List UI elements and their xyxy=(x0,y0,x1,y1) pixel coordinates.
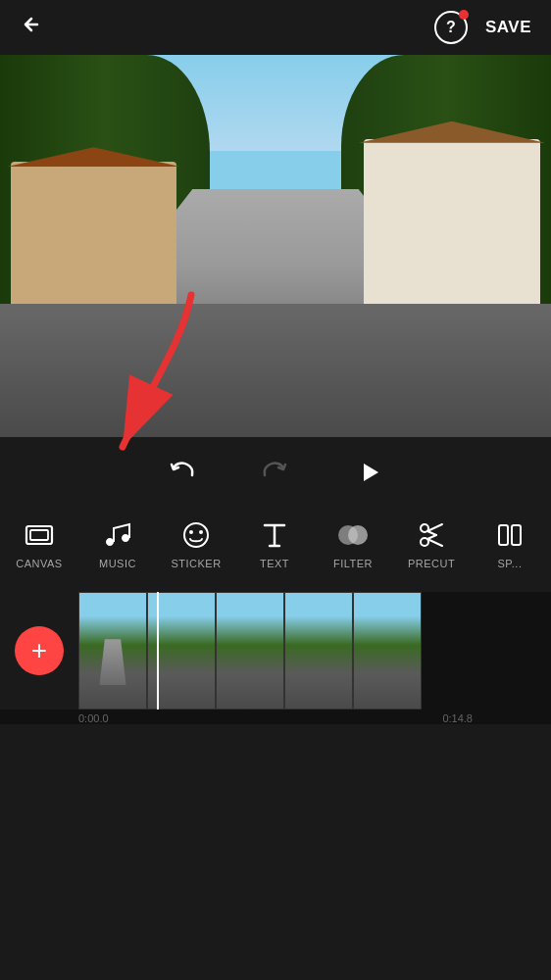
timeline-cursor xyxy=(157,592,159,710)
play-button[interactable] xyxy=(352,455,387,490)
street-scene-bg xyxy=(0,55,551,437)
tool-text[interactable]: TEXT xyxy=(235,517,314,569)
tool-sticker[interactable]: STICKER xyxy=(157,517,235,569)
sticker-label: STICKER xyxy=(171,558,221,569)
timeline-timestamps: 0:00.0 0:14.8 xyxy=(0,710,551,724)
video-preview xyxy=(0,55,551,437)
timeline-thumb-1 xyxy=(78,592,147,710)
save-button[interactable]: SAVE xyxy=(485,18,531,37)
music-label: MUSIC xyxy=(99,558,136,569)
tool-precut[interactable]: PRECUT xyxy=(392,517,471,569)
house-left xyxy=(11,162,176,315)
svg-rect-2 xyxy=(30,530,48,540)
notification-dot xyxy=(459,10,469,20)
timeline-thumb-4 xyxy=(284,592,353,710)
timeline-thumb-5 xyxy=(353,592,422,710)
split-icon xyxy=(498,517,522,553)
header-right: ? SAVE xyxy=(434,11,531,44)
svg-line-11 xyxy=(427,539,442,546)
redo-button[interactable] xyxy=(258,455,293,490)
music-icon xyxy=(104,517,131,553)
tool-filter[interactable]: FILTER xyxy=(314,517,392,569)
toolbar: CANVAS MUSIC STIC xyxy=(0,508,551,592)
svg-rect-14 xyxy=(499,525,508,545)
sticker-icon xyxy=(181,517,211,553)
add-clip-container: + xyxy=(0,592,78,710)
text-icon xyxy=(262,517,287,553)
timeline-end: 0:14.8 xyxy=(442,712,473,724)
text-label: TEXT xyxy=(260,558,289,569)
tool-canvas[interactable]: CANVAS xyxy=(0,517,78,569)
svg-rect-15 xyxy=(512,525,521,545)
back-button[interactable] xyxy=(20,14,41,41)
svg-line-12 xyxy=(427,531,436,535)
house-right xyxy=(364,139,540,312)
precut-label: PRECUT xyxy=(408,558,455,569)
svg-point-7 xyxy=(348,525,368,545)
header: ? SAVE xyxy=(0,0,551,55)
precut-icon xyxy=(417,517,446,553)
tool-music[interactable]: MUSIC xyxy=(78,517,157,569)
canvas-icon xyxy=(25,517,54,553)
split-label: SP... xyxy=(498,558,523,569)
undo-button[interactable] xyxy=(164,455,199,490)
svg-point-3 xyxy=(184,523,208,547)
canvas-label: CANVAS xyxy=(16,558,62,569)
add-clip-button[interactable]: + xyxy=(15,626,64,675)
timeline-area: + xyxy=(0,592,551,710)
help-button[interactable]: ? xyxy=(434,11,468,44)
timeline-start: 0:00.0 xyxy=(78,712,109,724)
svg-line-13 xyxy=(427,535,436,539)
playback-controls xyxy=(0,437,551,508)
timeline-strip[interactable] xyxy=(78,592,551,710)
svg-line-10 xyxy=(427,524,442,531)
bottom-panel: CANVAS MUSIC STIC xyxy=(0,437,551,724)
svg-point-5 xyxy=(199,530,203,534)
ground xyxy=(0,304,551,438)
tool-split[interactable]: SP... xyxy=(471,517,549,569)
svg-point-4 xyxy=(189,530,193,534)
filter-icon xyxy=(336,517,370,553)
help-icon: ? xyxy=(446,19,456,36)
timeline-thumb-3 xyxy=(216,592,284,710)
filter-label: FILTER xyxy=(333,558,373,569)
